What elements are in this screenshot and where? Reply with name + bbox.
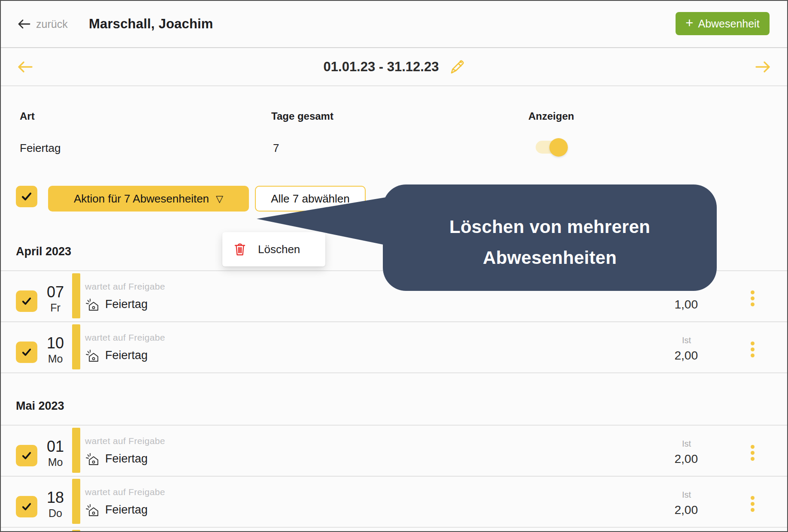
- absence-row[interactable]: 01 Mo wartet auf Freigabe Feiertag Ist 2…: [1, 426, 787, 477]
- partial-next-row: [1, 528, 787, 532]
- summary-art-value: Feiertag: [20, 142, 61, 155]
- trash-icon: [234, 242, 246, 256]
- row-checkbox[interactable]: [16, 290, 37, 312]
- callout-tail: [254, 186, 396, 251]
- dropdown-caret-icon: ▽: [216, 193, 223, 205]
- row-value: 1,00: [675, 298, 698, 311]
- row-kebab-menu-icon[interactable]: [750, 444, 755, 462]
- next-period-arrow-icon[interactable]: [755, 60, 772, 74]
- select-all-checkbox-wrap: [16, 186, 37, 207]
- checkmark-icon: [21, 502, 32, 511]
- callout-bubble: Löschen von mehreren Abwesenheiten: [383, 184, 717, 291]
- row-status-label: wartet auf Freigabe: [85, 281, 165, 292]
- checkmark-icon: [21, 451, 32, 460]
- summary-tage-value: 7: [273, 142, 279, 155]
- callout-text-line2: Abwesenheiten: [483, 242, 617, 273]
- back-label: zurück: [36, 18, 68, 30]
- checkmark-icon: [21, 296, 32, 306]
- row-kebab-menu-icon[interactable]: [750, 290, 755, 307]
- row-ist-label: Ist: [682, 439, 691, 449]
- summary-col-tage-gesamt: Tage gesamt: [271, 110, 333, 122]
- anzeigen-toggle[interactable]: [536, 141, 567, 154]
- row-weekday: Fr: [50, 302, 61, 314]
- row-day-number: 18: [47, 490, 64, 505]
- row-type-label: Feiertag: [105, 349, 148, 362]
- row-day-number: 10: [47, 336, 64, 351]
- row-weekday: Mo: [48, 456, 63, 468]
- row-value: 2,00: [675, 452, 698, 466]
- row-status-label: wartet auf Freigabe: [85, 487, 165, 497]
- month-rows: 01 Mo wartet auf Freigabe Feiertag Ist 2…: [1, 425, 787, 532]
- row-type-label: Feiertag: [105, 452, 148, 466]
- row-kebab-menu-icon[interactable]: [750, 495, 755, 513]
- summary-col-anzeigen: Anzeigen: [528, 110, 574, 122]
- absence-manager-screen: { "header": { "back_label": "zurück", "t…: [0, 0, 788, 532]
- row-day-number: 01: [47, 439, 64, 454]
- bulk-action-dropdown-button[interactable]: Aktion für 7 Abwesenheiten ▽: [48, 186, 249, 212]
- period-range-label: 01.01.23 - 31.12.23: [324, 59, 439, 75]
- row-weekday: Mo: [48, 353, 63, 365]
- select-all-checkbox[interactable]: [16, 186, 37, 207]
- row-ist-label: Ist: [682, 336, 691, 345]
- header: zurück Marschall, Joachim + Abwesenheit: [1, 1, 787, 48]
- absence-type-color-bar: [72, 530, 80, 532]
- row-date: 07 Fr: [42, 284, 69, 314]
- month-section: Mai 2023 01 Mo wartet auf Freigabe Feier…: [1, 394, 787, 532]
- absence-type-color-bar: [72, 324, 80, 369]
- row-kebab-menu-icon[interactable]: [750, 341, 755, 358]
- row-checkbox[interactable]: [16, 496, 37, 517]
- row-date: 18 Do: [42, 490, 69, 519]
- row-date: 10 Mo: [42, 336, 69, 365]
- row-type-label: Feiertag: [105, 503, 148, 517]
- absence-type-color-bar: [72, 479, 80, 524]
- absence-type-color-bar: [72, 273, 80, 318]
- period-nav: 01.01.23 - 31.12.23: [1, 48, 787, 86]
- holiday-home-icon: [85, 453, 99, 466]
- summary-col-art: Art: [20, 110, 35, 122]
- holiday-home-icon: [85, 504, 99, 517]
- back-arrow-icon: [17, 18, 31, 30]
- row-ist-label: Ist: [682, 490, 691, 500]
- back-button[interactable]: zurück: [17, 1, 68, 47]
- add-absence-button[interactable]: + Abwesenheit: [676, 12, 770, 35]
- row-checkbox[interactable]: [16, 445, 37, 466]
- row-status-label: wartet auf Freigabe: [85, 332, 165, 343]
- anzeigen-toggle-knob: [549, 138, 568, 157]
- absence-row[interactable]: 10 Mo wartet auf Freigabe Feiertag Ist 2…: [1, 322, 787, 373]
- month-heading: Mai 2023: [16, 399, 787, 413]
- checkmark-icon: [21, 348, 32, 357]
- checkmark-icon: [21, 191, 33, 202]
- row-day-number: 07: [47, 284, 64, 300]
- callout-text-line1: Löschen von mehreren: [449, 212, 650, 242]
- holiday-home-icon: [85, 349, 99, 362]
- row-type-label: Feiertag: [105, 298, 148, 311]
- row-status-label: wartet auf Freigabe: [85, 436, 165, 446]
- holiday-home-icon: [85, 298, 99, 311]
- plus-icon: +: [685, 16, 693, 30]
- edit-period-pencil-icon[interactable]: [447, 58, 464, 76]
- page-title: Marschall, Joachim: [89, 1, 213, 47]
- row-value: 2,00: [675, 503, 698, 517]
- period-range-group: 01.01.23 - 31.12.23: [1, 48, 787, 85]
- row-value: 2,00: [675, 349, 698, 363]
- row-date: 01 Mo: [42, 439, 69, 468]
- absence-type-color-bar: [72, 428, 80, 473]
- row-weekday: Do: [48, 507, 62, 519]
- absence-row[interactable]: 18 Do wartet auf Freigabe Feiertag Ist 2…: [1, 477, 787, 528]
- row-checkbox[interactable]: [16, 342, 37, 363]
